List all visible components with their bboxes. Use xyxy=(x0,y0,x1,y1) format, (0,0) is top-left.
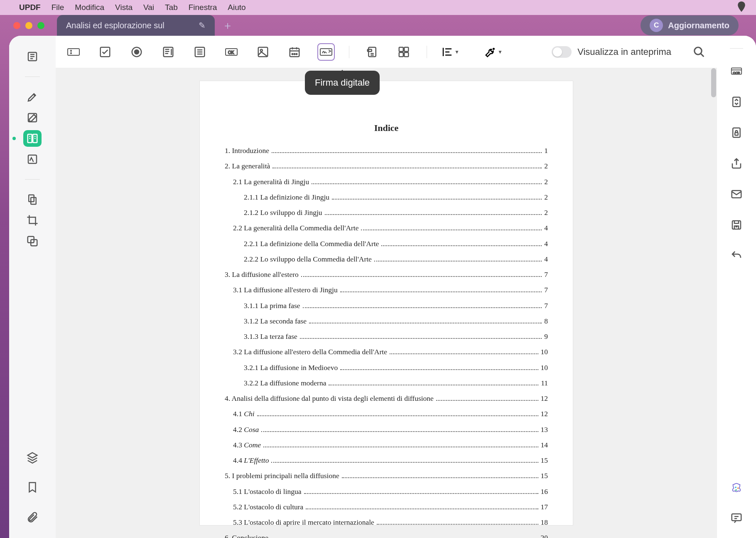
svg-point-31 xyxy=(695,47,702,54)
fill-sign-button[interactable] xyxy=(23,151,42,168)
form-mode-button[interactable] xyxy=(23,130,42,147)
email-button[interactable] xyxy=(727,186,746,202)
toc-entry: 3.2 La diffusione all'estero della Comme… xyxy=(225,346,548,357)
menu-vista[interactable]: Vista xyxy=(115,3,133,12)
page-title: Indice xyxy=(225,123,548,133)
right-sidebar: OCR xyxy=(717,36,756,538)
menu-aiuto[interactable]: Aiuto xyxy=(228,3,245,12)
attachment-button[interactable] xyxy=(23,509,42,526)
svg-point-21 xyxy=(294,53,295,54)
svg-point-22 xyxy=(296,53,297,54)
search-button[interactable] xyxy=(690,43,708,61)
svg-rect-39 xyxy=(732,221,741,229)
toc-entry: 2.2.1 La definizione della Commedia dell… xyxy=(225,238,548,249)
chevron-down-icon: ▼ xyxy=(498,49,503,55)
bookmark-button[interactable] xyxy=(23,479,42,496)
protect-button[interactable] xyxy=(727,124,746,141)
form-recognition-button[interactable] xyxy=(363,43,381,61)
macos-menubar: UPDF File Modifica Vista Vai Tab Finestr… xyxy=(0,0,756,15)
svg-point-40 xyxy=(736,226,737,227)
app-name[interactable]: UPDF xyxy=(19,3,41,12)
account-label: Aggiornamento xyxy=(668,21,729,30)
toc-entry: 4. Analisi della diffusione dal punto di… xyxy=(225,393,548,404)
toc-entry: 2. La generalità2 xyxy=(225,160,548,171)
svg-rect-9 xyxy=(68,49,79,55)
svg-rect-29 xyxy=(404,52,408,57)
preview-toggle[interactable] xyxy=(552,46,572,58)
new-tab-button[interactable]: ＋ xyxy=(222,18,233,33)
menu-vai[interactable]: Vai xyxy=(143,3,154,12)
toc-entry: 1. Introduzione1 xyxy=(225,145,548,156)
form-toolbar: OK ▼ ▼ xyxy=(56,36,717,68)
toc-entry: 6. Conclusione20 xyxy=(225,532,548,538)
toc-entry: 2.1.1 La definizione di Jingju2 xyxy=(225,192,548,202)
tools-dropdown[interactable]: ▼ xyxy=(484,46,503,58)
toc-entry: 5.1 L'ostacolo di lingua16 xyxy=(225,486,548,497)
svg-rect-44 xyxy=(732,514,741,521)
text-field-button[interactable] xyxy=(65,43,82,61)
fullscreen-window-button[interactable] xyxy=(37,22,44,29)
document-viewport[interactable]: Indice 1. Introduzione12. La generalità2… xyxy=(56,68,717,538)
tab-bar: Analisi ed esplorazione sul ✎ ＋ C Aggior… xyxy=(8,15,756,36)
organize-pages-button[interactable] xyxy=(23,191,42,208)
main-window: OK ▼ ▼ xyxy=(9,36,756,538)
toc-entry: 4.3 Come14 xyxy=(225,439,548,450)
edit-text-button[interactable] xyxy=(23,109,42,126)
pdf-page: Indice 1. Introduzione12. La generalità2… xyxy=(199,81,573,526)
align-dropdown[interactable]: ▼ xyxy=(441,46,459,58)
toc-entry: 5. I problemi principali nella diffusion… xyxy=(225,470,548,481)
tab-title: Analisi ed esplorazione sul xyxy=(66,21,191,30)
svg-point-18 xyxy=(260,49,263,51)
svg-rect-37 xyxy=(735,133,738,135)
status-icon[interactable] xyxy=(735,0,748,15)
menu-finestra[interactable]: Finestra xyxy=(189,3,217,12)
radio-button[interactable] xyxy=(128,43,145,61)
save-button[interactable] xyxy=(727,217,746,233)
compare-button[interactable] xyxy=(23,233,42,249)
toc-entry: 3.1.1 La prima fase7 xyxy=(225,300,548,311)
toc-entry: 4.4 L'Effetto15 xyxy=(225,455,548,466)
ok-button-field[interactable]: OK xyxy=(223,43,240,61)
crop-button[interactable] xyxy=(23,212,42,229)
user-avatar: C xyxy=(650,19,663,32)
checkbox-button[interactable] xyxy=(96,43,114,61)
undo-button[interactable] xyxy=(727,247,746,264)
dropdown-button[interactable] xyxy=(160,43,177,61)
minimize-window-button[interactable] xyxy=(25,22,32,29)
close-window-button[interactable] xyxy=(13,22,20,29)
comment-button[interactable] xyxy=(727,510,746,526)
scrollbar-thumb[interactable] xyxy=(711,68,716,97)
toc-entry: 2.2 La generalità della Commedia dell'Ar… xyxy=(225,222,548,233)
toc-entry: 2.1.2 Lo sviluppo di Jingju2 xyxy=(225,207,548,218)
toc-entry: 3.2.2 La diffusione moderna11 xyxy=(225,378,548,388)
account-button[interactable]: C Aggiornamento xyxy=(641,15,739,35)
chevron-down-icon: ▼ xyxy=(454,49,459,55)
tooltip: Firma digitale xyxy=(305,71,380,95)
ocr-button[interactable]: OCR xyxy=(727,63,746,79)
convert-button[interactable] xyxy=(727,94,746,110)
reader-mode-button[interactable] xyxy=(23,48,42,65)
layers-button[interactable] xyxy=(23,449,42,466)
menu-tab[interactable]: Tab xyxy=(165,3,178,12)
share-button[interactable] xyxy=(727,155,746,172)
grid-view-button[interactable] xyxy=(395,43,412,61)
left-sidebar xyxy=(9,36,56,538)
toc-entry: 3.1.3 La terza fase9 xyxy=(225,331,548,342)
highlighter-button[interactable] xyxy=(23,89,42,105)
menu-file[interactable]: File xyxy=(52,3,64,12)
rename-tab-icon[interactable]: ✎ xyxy=(199,20,206,30)
digital-signature-button[interactable] xyxy=(317,43,335,61)
document-tab[interactable]: Analisi ed esplorazione sul ✎ xyxy=(57,15,215,36)
window-controls xyxy=(13,22,44,29)
content-area: OK ▼ ▼ xyxy=(56,36,717,538)
image-field-button[interactable] xyxy=(254,43,272,61)
toc-entry: 5.2 L'ostacolo di cultura17 xyxy=(225,501,548,512)
toc-entry: 2.1 La generalità di Jingju2 xyxy=(225,176,548,187)
svg-rect-26 xyxy=(399,47,403,51)
list-box-button[interactable] xyxy=(191,43,209,61)
date-field-button[interactable] xyxy=(286,43,303,61)
ai-assistant-button[interactable] xyxy=(727,480,746,496)
svg-point-12 xyxy=(135,50,139,54)
menu-modifica[interactable]: Modifica xyxy=(75,3,104,12)
toc-entry: 3. La diffusione all'estero7 xyxy=(225,269,548,280)
